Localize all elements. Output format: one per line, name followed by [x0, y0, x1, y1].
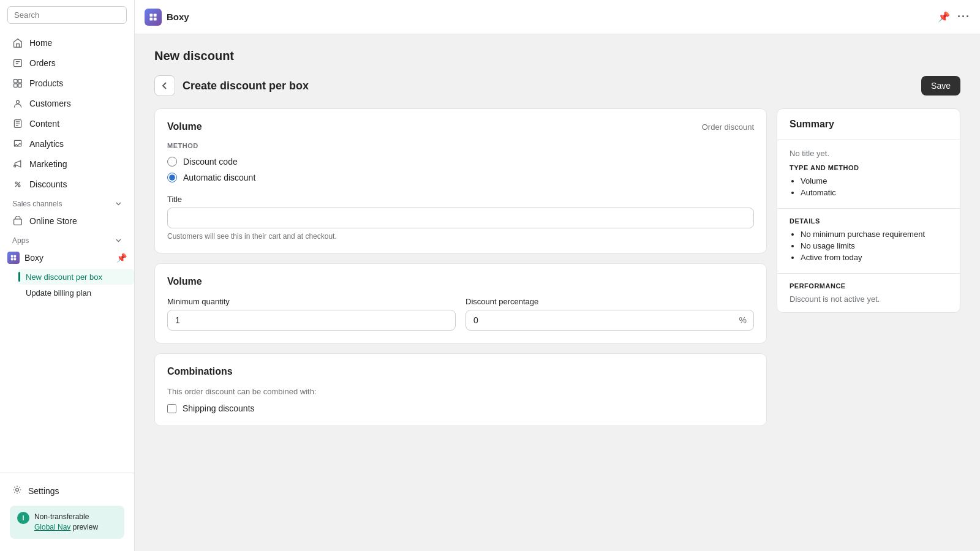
header-title: Create discount per box: [183, 80, 309, 92]
marketing-icon: [12, 159, 23, 170]
sidebar-footer: Settings i Non-transferable Global Nav p…: [0, 473, 134, 551]
sidebar-item-customers[interactable]: Customers: [5, 94, 129, 113]
discount-pct-label: Discount percentage: [466, 297, 754, 306]
method-radio-group: Discount code Automatic discount: [167, 157, 754, 182]
sidebar-item-marketing-label: Marketing: [29, 159, 67, 169]
title-field-label: Title: [167, 195, 754, 204]
page-title: New discount: [154, 49, 960, 63]
order-discount-link[interactable]: Order discount: [702, 122, 754, 132]
svg-rect-13: [14, 255, 17, 258]
volume-inputs: Minimum quantity Discount percentage %: [167, 297, 754, 331]
sidebar-nav: Home Orders Products Customers: [0, 30, 134, 473]
detail-active-from: Active from today: [801, 253, 948, 262]
topbar-brand-name: Boxy: [167, 12, 189, 22]
info-icon: i: [17, 512, 29, 524]
min-quantity-field: Minimum quantity: [167, 297, 456, 331]
discount-pct-field: Discount percentage %: [466, 297, 754, 331]
global-nav-link[interactable]: Global Nav: [34, 523, 70, 531]
performance-label: PERFORMANCE: [790, 282, 948, 290]
two-col-layout: Volume Order discount METHOD Discount co…: [154, 108, 960, 436]
svg-rect-15: [14, 258, 17, 261]
title-hint: Customers will see this in their cart an…: [167, 232, 754, 241]
topbar-brand: Boxy: [145, 9, 189, 26]
page-header-left: Create discount per box: [154, 75, 309, 96]
svg-rect-2: [18, 80, 22, 83]
percent-suffix: %: [739, 315, 747, 325]
save-button[interactable]: Save: [921, 76, 960, 96]
type-method-label: TYPE AND METHOD: [790, 164, 948, 171]
search-input[interactable]: [7, 6, 127, 24]
shipping-discounts-label: Shipping discounts: [183, 403, 255, 413]
discount-code-radio[interactable]: [167, 157, 177, 167]
svg-rect-19: [149, 17, 153, 20]
boxy-label: Boxy: [24, 253, 43, 263]
detail-usage-limits: No usage limits: [801, 241, 948, 250]
volume-title: Volume: [167, 121, 202, 132]
apps-label: Apps: [0, 231, 134, 247]
svg-point-10: [18, 185, 20, 187]
content-area: New discount Create discount per box Sav…: [135, 34, 980, 551]
sidebar-item-home[interactable]: Home: [5, 33, 129, 53]
content-icon: [12, 118, 23, 129]
sidebar-item-home-label: Home: [29, 38, 52, 48]
analytics-icon: [12, 138, 23, 149]
sidebar-item-online-store-label: Online Store: [29, 216, 77, 226]
sidebar-item-update-billing[interactable]: Update billing plan: [18, 285, 134, 301]
min-quantity-label: Minimum quantity: [167, 297, 456, 306]
svg-rect-14: [11, 258, 13, 261]
automatic-discount-label: Automatic discount: [183, 173, 255, 182]
combinations-description: This order discount can be combined with…: [167, 387, 754, 396]
details-list: No minimum purchase requirement No usage…: [790, 230, 948, 262]
boxy-app-icon: [7, 252, 20, 264]
sidebar-item-analytics[interactable]: Analytics: [5, 134, 129, 154]
svg-rect-4: [18, 84, 22, 88]
home-icon: [12, 37, 23, 48]
sidebar-item-products[interactable]: Products: [5, 73, 129, 93]
svg-point-16: [16, 489, 19, 492]
pin-topbar-icon[interactable]: 📌: [938, 11, 950, 23]
volume-section-title: Volume: [167, 276, 202, 287]
automatic-discount-option[interactable]: Automatic discount: [167, 173, 754, 182]
discount-code-label: Discount code: [183, 157, 238, 167]
sidebar-item-boxy[interactable]: Boxy 📌: [0, 247, 134, 268]
title-field-input[interactable]: [167, 208, 754, 228]
combinations-header: Combinations: [167, 366, 754, 377]
card-header: Volume Order discount: [167, 121, 754, 132]
sidebar-item-settings[interactable]: Settings: [5, 481, 129, 501]
page-header: Create discount per box Save: [154, 75, 960, 96]
svg-rect-3: [14, 84, 18, 88]
sidebar-item-online-store[interactable]: Online Store: [5, 211, 129, 231]
detail-min-purchase: No minimum purchase requirement: [801, 230, 948, 239]
non-transferable-text: Non-transferable Global Nav preview: [34, 512, 98, 533]
online-store-icon: [12, 216, 23, 227]
more-topbar-icon[interactable]: ···: [957, 10, 970, 23]
sidebar-item-marketing[interactable]: Marketing: [5, 154, 129, 174]
shipping-discounts-option[interactable]: Shipping discounts: [167, 403, 754, 413]
performance-text: Discount is not active yet.: [790, 294, 948, 304]
products-icon: [12, 78, 23, 89]
details-label: DETAILS: [790, 217, 948, 225]
automatic-discount-radio[interactable]: [167, 173, 177, 182]
sidebar-item-new-discount-box[interactable]: New discount per box: [18, 269, 134, 285]
svg-rect-11: [14, 219, 22, 225]
discount-code-option[interactable]: Discount code: [167, 157, 754, 167]
details-section: DETAILS No minimum purchase requirement …: [777, 209, 960, 274]
settings-icon: [12, 485, 22, 497]
sidebar-item-content[interactable]: Content: [5, 114, 129, 133]
shipping-discounts-checkbox[interactable]: [167, 404, 176, 413]
type-items-list: Volume Automatic: [790, 176, 948, 197]
back-button[interactable]: [154, 75, 175, 96]
pin-icon[interactable]: 📌: [116, 253, 127, 263]
sidebar-item-content-label: Content: [29, 119, 59, 129]
sidebar-item-orders[interactable]: Orders: [5, 53, 129, 73]
method-label: METHOD: [167, 142, 754, 149]
right-column: Summary No title yet. TYPE AND METHOD Vo…: [777, 108, 960, 313]
main-content: Boxy 📌 ··· New discount Create discount …: [135, 0, 980, 551]
discount-pct-input[interactable]: [466, 310, 754, 331]
search-container: [0, 0, 134, 30]
svg-point-5: [17, 100, 20, 103]
sidebar-item-discounts[interactable]: Discounts: [5, 174, 129, 194]
type-item-automatic: Automatic: [801, 188, 948, 197]
min-quantity-input[interactable]: [167, 310, 456, 331]
discounts-icon: [12, 179, 23, 190]
